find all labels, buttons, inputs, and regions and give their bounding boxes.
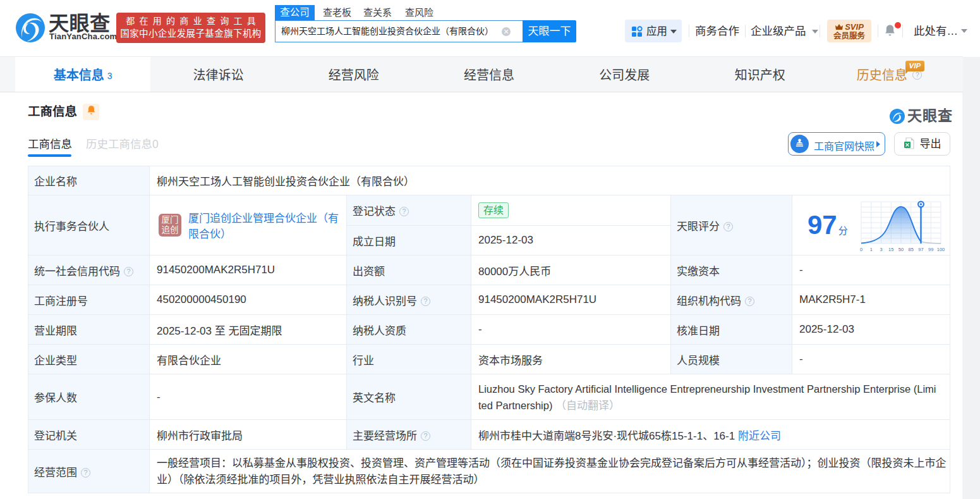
svg-text:0: 0 <box>860 247 862 252</box>
svg-text:85: 85 <box>908 247 913 252</box>
svg-text:99: 99 <box>928 247 933 252</box>
svg-text:50: 50 <box>898 247 904 252</box>
svg-text:100: 100 <box>936 247 945 252</box>
svg-text:97: 97 <box>918 247 923 252</box>
svg-text:15: 15 <box>888 247 893 252</box>
svg-text:3: 3 <box>880 247 882 252</box>
svg-text:1: 1 <box>869 247 872 252</box>
